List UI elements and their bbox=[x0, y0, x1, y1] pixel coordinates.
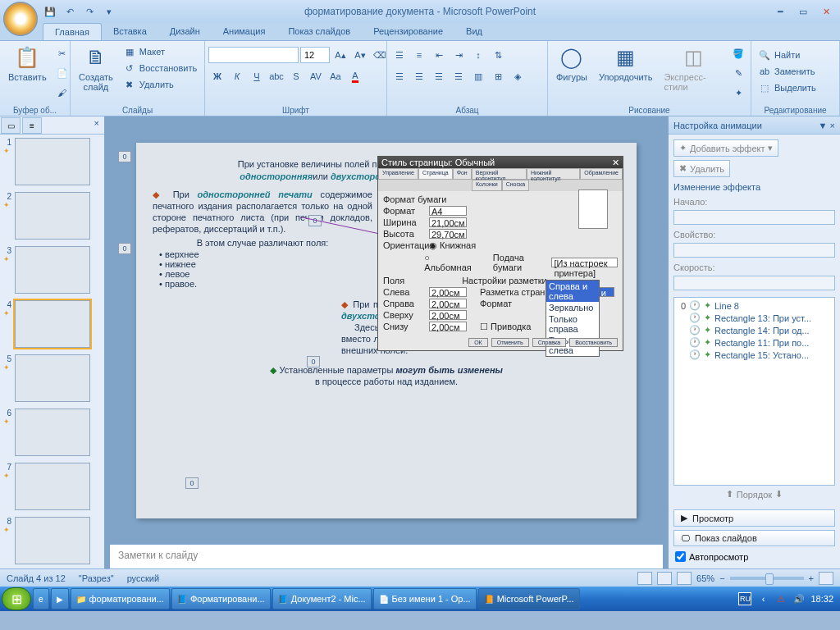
select-button[interactable]: ⬚Выделить bbox=[755, 80, 819, 95]
line-spacing-icon[interactable]: ↕ bbox=[469, 46, 487, 64]
quick-launch-wmp[interactable]: ▶ bbox=[51, 588, 69, 609]
task-item[interactable]: 📘 Документ2 - Mic... bbox=[272, 588, 372, 609]
anim-marker[interactable]: 0 bbox=[118, 243, 131, 254]
shrink-font-icon[interactable]: A▾ bbox=[351, 46, 369, 64]
change-case-icon[interactable]: Aa bbox=[326, 67, 345, 85]
pane-close-icon[interactable]: × bbox=[830, 121, 835, 130]
reset-button[interactable]: ↺Восстановить bbox=[120, 61, 200, 75]
font-size-select[interactable] bbox=[300, 47, 330, 63]
slide-thumbnail[interactable] bbox=[15, 192, 90, 240]
zoom-slider[interactable] bbox=[730, 577, 804, 580]
office-button[interactable] bbox=[3, 2, 38, 36]
tab-view[interactable]: Вид bbox=[454, 23, 494, 40]
quick-launch-ie[interactable]: e bbox=[33, 588, 49, 609]
text-direction-icon[interactable]: ⇅ bbox=[489, 46, 507, 64]
font-name-select[interactable] bbox=[208, 47, 299, 63]
slide-text[interactable]: ◆ Установленные параметры могут быть изм… bbox=[153, 364, 620, 387]
indent-inc-icon[interactable]: ⇥ bbox=[450, 46, 468, 64]
language-indicator[interactable]: русский bbox=[127, 573, 159, 583]
delete-effect-button[interactable]: ✖Удалить bbox=[673, 160, 730, 177]
slide-thumbnail[interactable] bbox=[15, 463, 90, 510]
close-button[interactable]: ✕ bbox=[815, 4, 837, 19]
autopreview-checkbox[interactable]: Автопросмотр bbox=[673, 550, 835, 564]
tab-slideshow[interactable]: Показ слайдов bbox=[276, 23, 362, 40]
task-item[interactable]: 📘 Форматировани... bbox=[171, 588, 271, 609]
outline-tab-icon[interactable]: ≡ bbox=[22, 117, 42, 134]
add-effect-button[interactable]: ✦Добавить эффект ▾ bbox=[673, 139, 778, 157]
anim-marker[interactable]: 0 bbox=[185, 477, 199, 489]
pane-dropdown-icon[interactable]: ▼ bbox=[819, 121, 828, 130]
tab-insert[interactable]: Вставка bbox=[102, 23, 158, 40]
new-slide-button[interactable]: 🗎Создать слайд bbox=[74, 43, 118, 94]
zoom-value[interactable]: 65% bbox=[696, 573, 714, 583]
slide-thumbnail[interactable] bbox=[15, 246, 90, 294]
property-select[interactable] bbox=[673, 243, 835, 258]
tray-security-icon[interactable]: ⚠ bbox=[774, 592, 788, 605]
reorder-down-icon[interactable]: ⬇ bbox=[775, 489, 783, 500]
animation-list[interactable]: 0🕐✦Line 8🕐✦Rectangle 13: При уст...🕐✦Rec… bbox=[673, 297, 835, 486]
slide-canvas[interactable]: 0 0 0 0 0 При установке величины полей п… bbox=[136, 143, 637, 518]
layout-button[interactable]: ▦Макет bbox=[120, 44, 200, 59]
italic-icon[interactable]: К bbox=[228, 67, 246, 85]
numbering-icon[interactable]: ≡ bbox=[410, 46, 428, 64]
cut-icon[interactable]: ✂ bbox=[53, 44, 71, 62]
shape-fill-icon[interactable]: 🪣 bbox=[729, 44, 747, 62]
tab-review[interactable]: Рецензирование bbox=[362, 23, 454, 40]
start-button[interactable]: ⊞ bbox=[2, 587, 31, 610]
sorter-view-icon[interactable] bbox=[657, 572, 672, 585]
shadow-icon[interactable]: S bbox=[287, 67, 305, 85]
justify-icon[interactable]: ☰ bbox=[450, 67, 468, 85]
align-text-icon[interactable]: ⊞ bbox=[489, 67, 507, 85]
slide-thumbnail[interactable] bbox=[15, 517, 90, 564]
font-color-icon[interactable]: A bbox=[346, 67, 364, 85]
task-item-active[interactable]: 📙 Microsoft PowerP... bbox=[478, 588, 580, 609]
reorder-up-icon[interactable]: ⬆ bbox=[726, 489, 733, 500]
task-item[interactable]: 📄 Без имени 1 - Op... bbox=[373, 588, 477, 609]
start-select[interactable] bbox=[673, 210, 835, 225]
quick-styles-button[interactable]: ◫Экспресс-стили bbox=[659, 43, 728, 94]
undo-icon[interactable]: ↶ bbox=[62, 4, 77, 19]
anim-marker[interactable]: 0 bbox=[118, 151, 131, 162]
slide-thumbnail[interactable] bbox=[15, 300, 90, 348]
clock[interactable]: 18:32 bbox=[810, 594, 833, 604]
tab-animation[interactable]: Анимация bbox=[212, 23, 277, 40]
bullets-icon[interactable]: ☰ bbox=[390, 46, 409, 64]
tray-volume-icon[interactable]: 🔊 bbox=[792, 592, 806, 605]
slideshow-button[interactable]: 🖵Показ слайдов bbox=[673, 530, 835, 546]
restore-button[interactable]: ▭ bbox=[792, 4, 814, 19]
clear-format-icon[interactable]: ⌫ bbox=[371, 46, 389, 64]
normal-view-icon[interactable] bbox=[637, 572, 652, 585]
slideshow-view-icon[interactable] bbox=[677, 572, 692, 585]
strike-icon[interactable]: abc bbox=[267, 67, 285, 85]
save-icon[interactable]: 💾 bbox=[43, 4, 57, 19]
zoom-in-icon[interactable]: + bbox=[809, 573, 814, 583]
tab-design[interactable]: Дизайн bbox=[158, 23, 212, 40]
smartart-icon[interactable]: ◈ bbox=[509, 67, 527, 85]
lang-indicator[interactable]: RU bbox=[738, 592, 751, 605]
minimize-button[interactable]: ━ bbox=[769, 4, 791, 19]
speed-select[interactable] bbox=[673, 276, 835, 290]
zoom-out-icon[interactable]: − bbox=[719, 573, 724, 583]
columns-icon[interactable]: ▥ bbox=[469, 67, 487, 85]
format-painter-icon[interactable]: 🖌 bbox=[53, 84, 71, 102]
slide-thumbnail[interactable] bbox=[15, 138, 90, 185]
shape-outline-icon[interactable]: ✎ bbox=[729, 64, 747, 82]
tab-home[interactable]: Главная bbox=[43, 23, 102, 40]
grow-font-icon[interactable]: A▴ bbox=[331, 46, 349, 64]
redo-icon[interactable]: ↷ bbox=[82, 4, 97, 19]
paste-button[interactable]: 📋Вставить bbox=[3, 43, 52, 84]
anim-marker[interactable]: 0 bbox=[307, 356, 320, 368]
slide-thumbnail[interactable] bbox=[15, 409, 90, 456]
preview-button[interactable]: ▶Просмотр bbox=[673, 509, 835, 527]
arrange-button[interactable]: ▦Упорядочить bbox=[594, 43, 657, 84]
indent-dec-icon[interactable]: ⇤ bbox=[430, 46, 448, 64]
shapes-button[interactable]: ◯Фигуры bbox=[551, 43, 592, 84]
spacing-icon[interactable]: AV bbox=[307, 67, 325, 85]
fit-window-icon[interactable] bbox=[819, 572, 833, 585]
align-center-icon[interactable]: ☰ bbox=[410, 67, 428, 85]
delete-slide-button[interactable]: ✖Удалить bbox=[120, 77, 200, 92]
replace-button[interactable]: abЗаменить bbox=[755, 64, 819, 79]
notes-pane[interactable]: Заметки к слайду bbox=[110, 544, 663, 568]
task-item[interactable]: 📁 форматировани... bbox=[71, 588, 170, 609]
slide-text[interactable]: ◆ При односторонней печати содержимое пе… bbox=[153, 189, 372, 248]
